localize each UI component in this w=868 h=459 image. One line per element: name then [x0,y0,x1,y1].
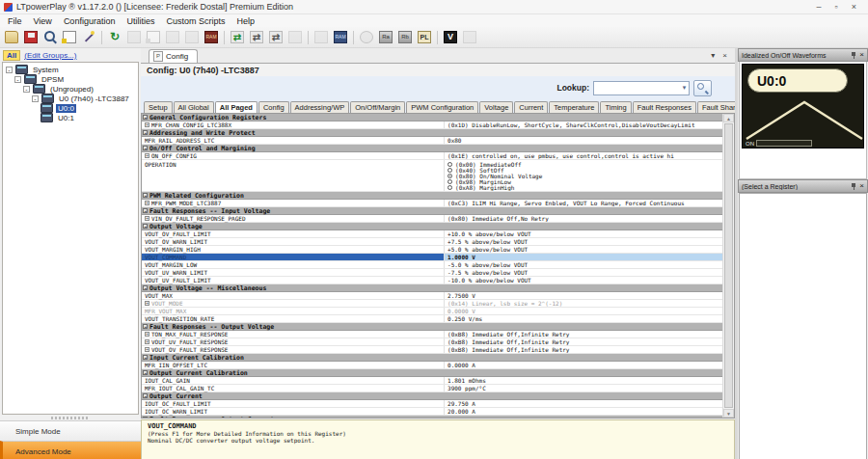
register-value[interactable]: (0x1D) DisableRunLow, ShortCycle, ShareC… [444,122,722,128]
section-header-general-configuration-registers[interactable]: -General Configuration Registers [142,114,722,122]
edit-groups-link[interactable]: (Edit Groups...) [24,51,76,60]
register-value[interactable]: 29.750 A [444,400,722,407]
section-header-output-current[interactable]: -Output Current [142,392,722,400]
register-detail-close-icon[interactable]: × [859,181,864,191]
tab-list-dropdown-icon[interactable]: ▾ [711,51,715,60]
nvm-to-ram-icon[interactable]: ⇄ [267,29,285,46]
pl-icon[interactable]: PL [416,29,433,46]
tab-voltage[interactable]: Voltage [479,101,513,113]
tab-timing[interactable]: Timing [600,101,631,113]
collapse-icon[interactable]: - [143,417,148,418]
collapse-icon[interactable]: - [14,76,21,83]
register-value[interactable]: (0xB8) Immediate Off,Infinite_Retry [444,338,722,345]
collapse-icon[interactable]: - [143,224,148,229]
tab-all-global[interactable]: All Global [174,101,214,113]
close-button[interactable]: × [852,2,856,12]
config-doc-tab[interactable]: P Config [149,49,198,63]
register-row-iout-oc-fault-limit[interactable]: IOUT_OC_FAULT_LIMIT29.750 A [142,400,722,408]
ram-chip-icon[interactable]: RAM [203,29,220,46]
expand-icon[interactable]: + [145,332,149,337]
pc-to-ram-icon[interactable]: ⇄ [229,29,246,46]
collapse-icon[interactable]: - [143,193,148,198]
collapse-icon[interactable]: - [6,67,13,73]
import-export-icon[interactable] [61,29,78,46]
register-value[interactable]: 2.7500 V [444,292,722,299]
collapse-icon[interactable]: - [143,115,148,120]
refresh-all-registers-icon[interactable]: ↻ [106,29,123,46]
lookup-input[interactable] [594,83,680,94]
menu-utilities[interactable]: Utilities [121,16,160,26]
tab-setup[interactable]: Setup [144,101,173,113]
menu-view[interactable]: View [28,16,58,26]
tab-addressing-wp[interactable]: Addressing/WP [290,101,350,113]
collapse-icon[interactable]: - [143,355,148,360]
register-value[interactable]: (0x00) ImmediateOff(0x40) SoftOff(0x80) … [444,160,722,191]
menu-file[interactable]: File [2,16,28,26]
tab-all-paged[interactable]: All Paged [215,101,258,113]
register-value[interactable]: 1.0000 V [444,254,722,260]
register-value[interactable]: 0x80 [444,137,722,144]
expand-icon[interactable]: + [145,339,149,344]
radio-icon[interactable] [448,168,452,173]
expand-icon[interactable]: + [145,153,149,158]
tree-node-dpsm[interactable]: -DPSM [3,74,138,84]
radio-option-0xa8-marginhigh[interactable]: (0xA8) MarginHigh [448,184,542,190]
tab-pwm-configuration[interactable]: PWM Configuration [406,101,478,113]
tab-on-off-margin[interactable]: On/Off/Margin [350,101,405,113]
tab-fault-responses[interactable]: Fault Responses [633,101,696,113]
radio-icon[interactable] [448,185,452,190]
ra-resistor-icon[interactable]: Ra [377,29,394,46]
group-all-badge[interactable]: All [3,50,20,61]
register-value[interactable]: -10.0 % above/below VOUT [444,277,722,284]
register-value[interactable]: +10.0 % above/below VOUT [444,230,722,237]
register-row-vout-margin-low[interactable]: VOUT_MARGIN_LOW-5.0 % above/below VOUT [142,261,722,269]
collapse-icon[interactable]: - [143,285,148,290]
register-value[interactable]: 0.250 V/ms [444,315,722,322]
radio-icon[interactable] [448,162,452,167]
register-row-vin-ov-fault-response-paged[interactable]: +VIN_OV_FAULT_RESPONSE_PAGED(0x80) Immed… [142,215,722,223]
config-wizard-icon[interactable] [80,29,97,46]
register-value[interactable]: -5.0 % above/below VOUT [444,261,722,268]
register-value[interactable]: 0.0000 V [444,308,722,314]
register-value[interactable]: 20.000 A [444,408,722,415]
find-icon[interactable] [41,29,59,46]
collapse-icon[interactable]: - [143,324,148,329]
expand-icon[interactable]: + [145,201,149,205]
expand-icon[interactable]: + [145,347,149,352]
waveform-close-icon[interactable]: × [859,50,864,60]
close-document-icon[interactable]: × [722,51,727,60]
register-row-mfr-iout-cal-gain-tc[interactable]: MFR_IOUT_CAL_GAIN_TC3900 ppm/°C [142,385,722,392]
collapse-icon[interactable]: - [143,370,148,375]
collapse-icon[interactable]: - [143,130,148,135]
menu-help[interactable]: Help [231,16,260,26]
pin-icon[interactable] [851,183,856,190]
tree-node-ungrouped[interactable]: -(Ungrouped) [3,84,138,94]
register-row-vout-mode[interactable]: +VOUT_MODE(0x14) Linear, lsb_size = 2^(-… [142,300,722,308]
advanced-mode-button[interactable]: Advanced Mode [0,441,141,459]
register-row-iout-cal-gain[interactable]: IOUT_CAL_GAIN1.801 mOhms [142,377,722,385]
collapse-icon[interactable]: - [143,393,148,398]
register-value[interactable]: (0x14) Linear, lsb_size = 2^(-12) [444,300,722,307]
save-icon[interactable] [22,29,40,46]
scroll-up-icon[interactable]: ▲ [723,114,734,122]
register-value[interactable]: (0x80) Immediate Off,No_Retry [444,215,722,222]
register-value[interactable]: (0xB8) Immediate Off,Infinite_Retry [444,331,722,338]
section-header-output-current-calibration[interactable]: -Output Current Calibration [142,369,722,377]
register-value[interactable]: 0.0000 A [444,362,722,368]
pin-icon[interactable] [851,52,856,59]
register-row-vout-margin-high[interactable]: VOUT_MARGIN_HIGH+5.0 % above/below VOUT [142,246,722,254]
radio-icon[interactable] [448,174,452,178]
expand-icon[interactable]: + [145,122,149,127]
section-header-addressing-and-write-protect[interactable]: -Addressing and Write Protect [142,129,722,137]
table-scrollbar[interactable]: ▲ ▼ [722,114,734,418]
register-row-vout-uv-warn-limit[interactable]: VOUT_UV_WARN_LIMIT-7.5 % above/below VOU… [142,269,722,277]
register-row-vout-command[interactable]: VOUT_COMMAND1.0000 V [142,254,722,261]
scroll-down-icon[interactable]: ▼ [723,409,734,418]
maximize-button[interactable]: ▫ [835,2,838,12]
section-header-output-voltage[interactable]: -Output Voltage [142,223,722,230]
radio-icon[interactable] [448,179,452,184]
section-header-pwm-related-configuration[interactable]: -PWM Related Configuration [142,192,722,200]
register-value[interactable]: +7.5 % above/below VOUT [444,238,722,245]
ram-blue-icon[interactable]: RAM [332,29,349,46]
register-row-mfr-vout-max[interactable]: MFR_VOUT_MAX0.0000 V [142,308,722,315]
